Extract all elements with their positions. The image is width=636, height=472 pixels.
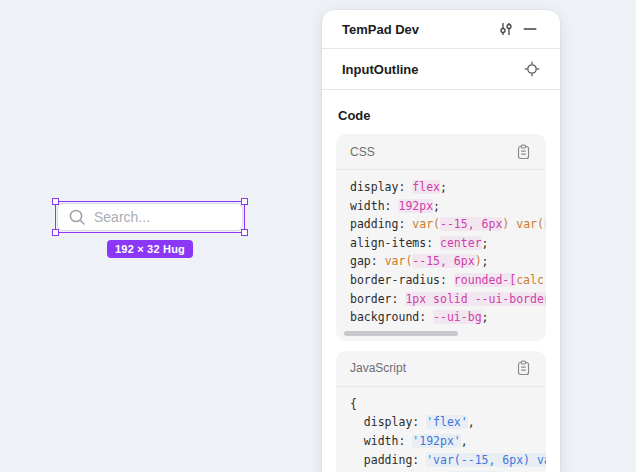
minimize-icon[interactable]	[518, 17, 542, 41]
css-code-block-header: CSS	[336, 134, 546, 170]
tempad-dev-plugin-panel: TemPad Dev InputOutline	[322, 10, 560, 472]
selection-handle-top-right[interactable]	[241, 198, 248, 205]
search-input[interactable]: Search...	[57, 203, 243, 231]
selection-handle-bottom-right[interactable]	[241, 229, 248, 236]
javascript-code-block-header: JavaScript	[336, 351, 546, 387]
code-line: border: 1px solid --ui-border-	[350, 290, 546, 309]
javascript-code-block: JavaScript { display: 'flex', width: '19…	[336, 351, 546, 472]
css-code-block-label: CSS	[350, 145, 512, 159]
css-code-block: CSS display: flex;width: 192px;padding: …	[336, 134, 546, 341]
sliders-icon[interactable]	[494, 17, 518, 41]
selection-size-badge: 192 × 32 Hug	[107, 240, 193, 258]
code-line: {	[350, 395, 546, 414]
component-name: InputOutline	[342, 62, 520, 77]
code-line: padding: 'var(--15, 6px) var	[350, 451, 546, 470]
selection-handle-top-left[interactable]	[52, 198, 59, 205]
code-line: display: 'flex',	[350, 413, 546, 432]
code-section-label: Code	[338, 108, 540, 123]
code-line: width: 192px;	[350, 197, 546, 216]
code-line: width: '192px',	[350, 432, 546, 451]
javascript-code-block-label: JavaScript	[350, 361, 512, 375]
plugin-header: TemPad Dev	[322, 10, 560, 49]
search-icon	[68, 208, 86, 226]
locate-icon[interactable]	[520, 57, 544, 81]
plugin-title: TemPad Dev	[342, 22, 494, 37]
search-input-placeholder: Search...	[94, 209, 150, 225]
code-line: padding: var(--15, 6px) var(--1	[350, 215, 546, 234]
code-line: gap: var(--15, 6px);	[350, 252, 546, 271]
selection-handle-bottom-left[interactable]	[52, 229, 59, 236]
clipboard-icon[interactable]	[512, 141, 534, 163]
selected-component-row: InputOutline	[322, 49, 560, 90]
javascript-code[interactable]: { display: 'flex', width: '192px', paddi…	[336, 387, 546, 472]
code-line: display: flex;	[350, 178, 546, 197]
code-line: border-radius: rounded-[calc(var(	[350, 271, 546, 290]
clipboard-icon[interactable]	[512, 357, 534, 379]
code-line: align-items: center;	[350, 234, 546, 253]
css-code[interactable]: display: flex;width: 192px;padding: var(…	[336, 170, 546, 329]
code-line: background: --ui-bg;	[350, 308, 546, 327]
selected-component-outline[interactable]: Search...	[55, 201, 245, 233]
horizontal-scrollbar[interactable]	[344, 331, 458, 336]
